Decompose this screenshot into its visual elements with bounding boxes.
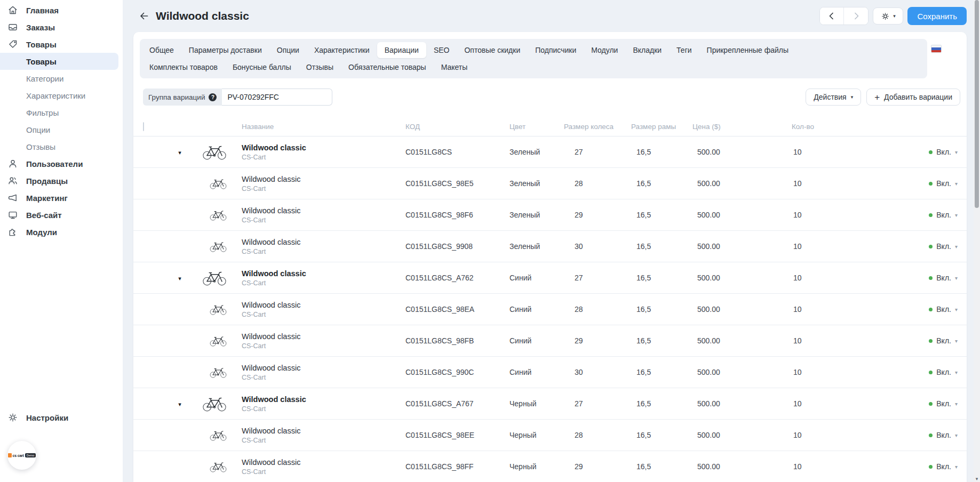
- inbox-icon: [7, 22, 18, 33]
- tab-required-products[interactable]: Обязательные товары: [341, 59, 434, 75]
- tab-reward-points[interactable]: Бонусные баллы: [225, 59, 299, 75]
- thumbnail-cell: [187, 143, 242, 160]
- tab-bundles[interactable]: Комплекты товаров: [142, 59, 225, 75]
- sidebar-item-label: Главная: [26, 6, 59, 15]
- thumbnail-cell: [187, 366, 242, 379]
- sidebar-item-products-list[interactable]: Товары: [0, 53, 118, 70]
- previous-product-button[interactable]: [820, 7, 844, 25]
- tab-tags[interactable]: Теги: [669, 42, 699, 58]
- sidebar-item-categories[interactable]: Категории: [0, 70, 118, 87]
- add-variations-label: Добавить вариации: [884, 93, 952, 101]
- status-dropdown[interactable]: Вкл.▾: [880, 336, 967, 345]
- wheel-size-cell: 28: [564, 431, 631, 439]
- scrollbar-thumb[interactable]: [975, 0, 979, 208]
- sidebar-subitem-label: Фильтры: [26, 108, 59, 117]
- tab-qty-discounts[interactable]: Оптовые скидки: [457, 42, 528, 58]
- prev-next-group: [819, 7, 869, 25]
- quantity-cell: 10: [792, 462, 880, 471]
- sidebar-item-marketing[interactable]: Маркетинг: [0, 189, 123, 206]
- sidebar-item-filters[interactable]: Фильтры: [0, 104, 118, 121]
- name-cell: Wildwood classicCS-Cart: [242, 395, 405, 413]
- product-thumbnail: [209, 429, 227, 441]
- cs-cart-logo[interactable]: cs cart Demo: [7, 441, 36, 470]
- scrollbar-down-arrow[interactable]: ▾: [974, 476, 980, 481]
- quantity-cell: 10: [792, 368, 880, 376]
- add-variations-button[interactable]: + Добавить вариации: [866, 89, 960, 106]
- status-dropdown[interactable]: Вкл.▾: [880, 148, 967, 156]
- next-product-button[interactable]: [844, 7, 868, 25]
- header-actions: ▾ Сохранить: [819, 7, 967, 25]
- actions-dropdown-button[interactable]: Действия ▾: [806, 89, 861, 106]
- back-button[interactable]: [138, 10, 150, 22]
- sidebar-item-products[interactable]: Товары: [0, 36, 123, 53]
- tab-subscribers[interactable]: Подписчики: [528, 42, 584, 58]
- variation-group-input[interactable]: [222, 89, 332, 106]
- sidebar-item-settings[interactable]: Настройки: [0, 409, 130, 426]
- sidebar-item-customers[interactable]: Пользователи: [0, 155, 123, 172]
- status-label: Вкл.: [936, 336, 951, 345]
- status-dropdown[interactable]: Вкл.▾: [880, 462, 967, 471]
- sidebar-item-label: Пользователи: [26, 159, 83, 168]
- chevron-down-icon: ▾: [955, 307, 958, 312]
- settings-dropdown-button[interactable]: ▾: [873, 7, 903, 25]
- status-dropdown[interactable]: Вкл.▾: [880, 399, 967, 408]
- ru-flag-icon[interactable]: [931, 45, 942, 53]
- tab-reviews[interactable]: Отзывы: [299, 59, 341, 75]
- tab-seo[interactable]: SEO: [426, 42, 457, 58]
- tab-shipping-properties[interactable]: Параметры доставки: [181, 42, 269, 58]
- status-label: Вкл.: [936, 242, 951, 251]
- status-dropdown[interactable]: Вкл.▾: [880, 242, 967, 251]
- status-dropdown[interactable]: Вкл.▾: [880, 431, 967, 439]
- sidebar-item-features[interactable]: Характеристики: [0, 87, 118, 104]
- tab-tabs[interactable]: Вкладки: [625, 42, 669, 58]
- tab-general[interactable]: Общее: [142, 42, 181, 58]
- sidebar-item-website[interactable]: Веб-сайт: [0, 206, 123, 223]
- sidebar-item-vendors[interactable]: Продавцы: [0, 172, 123, 189]
- user-icon: [7, 158, 18, 169]
- name-cell: Wildwood classicCS-Cart: [242, 175, 405, 192]
- status-dropdown[interactable]: Вкл.▾: [880, 305, 967, 314]
- sidebar-item-addons[interactable]: Модули: [0, 223, 123, 240]
- price-cell: 500.00: [692, 274, 792, 282]
- sidebar-item-home[interactable]: Главная: [0, 2, 123, 19]
- code-cell: C0151LG8CS_98EE: [405, 431, 509, 439]
- tab-variations[interactable]: Вариации: [377, 42, 426, 58]
- code-cell: C0151LG8CS: [405, 148, 509, 156]
- variation-group-label: Группа вариаций ?: [143, 89, 222, 106]
- name-cell: Wildwood classicCS-Cart: [242, 301, 405, 318]
- column-header-5: Цена ($): [692, 123, 792, 131]
- status-dropdown[interactable]: Вкл.▾: [880, 179, 967, 188]
- help-icon[interactable]: ?: [209, 93, 217, 101]
- name-cell: Wildwood classicCS-Cart: [242, 332, 405, 350]
- sidebar-item-orders[interactable]: Заказы: [0, 19, 123, 36]
- expand-caret-icon[interactable]: ▾: [178, 149, 181, 156]
- variation-name: Wildwood classic: [242, 395, 405, 404]
- tab-addons[interactable]: Модули: [584, 42, 625, 58]
- tab-layouts[interactable]: Макеты: [434, 59, 475, 75]
- brand-label: CS-Cart: [242, 468, 405, 476]
- status-dot-icon: [929, 276, 933, 280]
- tab-options[interactable]: Опции: [269, 42, 307, 58]
- name-cell: Wildwood classicCS-Cart: [242, 238, 405, 255]
- tab-attachments[interactable]: Прикрепленные файлы: [699, 42, 796, 58]
- quantity-cell: 10: [792, 242, 880, 251]
- status-dropdown[interactable]: Вкл.▾: [880, 368, 967, 376]
- expand-caret-icon[interactable]: ▾: [178, 275, 181, 282]
- home-icon: [7, 5, 18, 15]
- brand-label: CS-Cart: [242, 185, 405, 192]
- price-cell: 500.00: [692, 399, 792, 408]
- status-dropdown[interactable]: Вкл.▾: [880, 274, 967, 282]
- table-row: Wildwood classicCS-CartC0151LG8CS_98E5Зе…: [133, 168, 967, 199]
- save-button[interactable]: Сохранить: [907, 7, 967, 25]
- chevron-down-icon: ▾: [955, 338, 958, 344]
- sidebar-item-options[interactable]: Опции: [0, 121, 118, 138]
- quantity-cell: 10: [792, 179, 880, 188]
- tab-features[interactable]: Характеристики: [307, 42, 377, 58]
- status-dropdown[interactable]: Вкл.▾: [880, 211, 967, 219]
- toolbar-actions: Действия ▾ + Добавить вариации: [806, 89, 960, 106]
- select-all-checkbox[interactable]: [143, 122, 144, 131]
- code-cell: C0151LG8CS_98E5: [405, 179, 509, 188]
- sidebar-item-reviews[interactable]: Отзывы: [0, 138, 118, 155]
- thumbnail-cell: [187, 209, 242, 221]
- expand-caret-icon[interactable]: ▾: [178, 401, 181, 407]
